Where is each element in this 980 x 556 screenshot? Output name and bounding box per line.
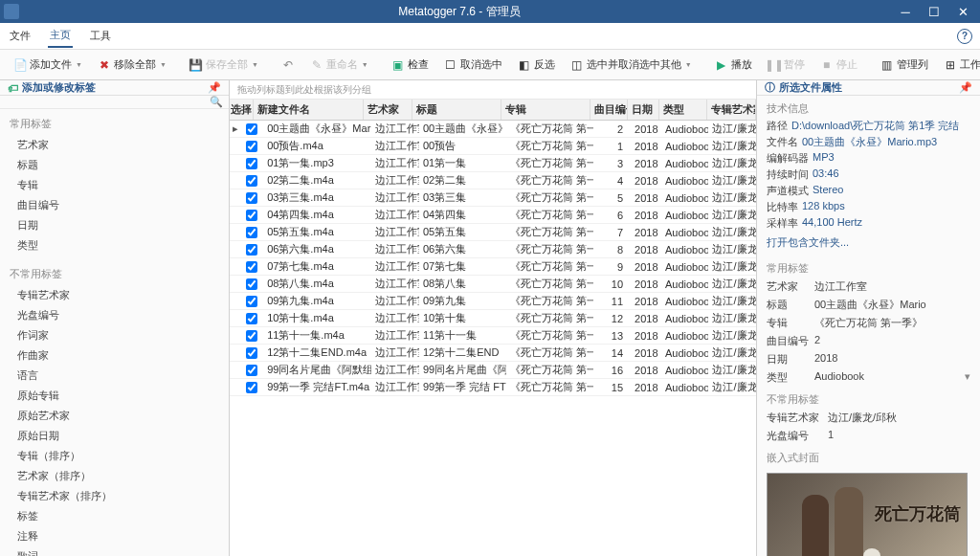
tag-item[interactable]: 标题 [0, 155, 229, 175]
table-row[interactable]: 10第十集.m4a边江工作室10第十集《死亡万花筒 第一季》122018Audi… [230, 310, 756, 327]
cover-art[interactable]: 死亡万花筒 [767, 473, 968, 556]
col-title[interactable]: 标题 [412, 100, 501, 120]
row-checkbox[interactable] [246, 227, 257, 238]
row-checkbox-cell[interactable] [240, 158, 263, 169]
undo-button[interactable]: ↶ [276, 56, 301, 75]
row-checkbox[interactable] [246, 278, 257, 290]
tag-item[interactable]: 专辑 [0, 175, 229, 195]
table-row[interactable]: 07第七集.m4a边江工作室07第七集《死亡万花筒 第一季》92018Audio… [230, 258, 756, 276]
row-checkbox[interactable] [246, 158, 257, 169]
row-checkbox-cell[interactable] [240, 296, 263, 307]
select-other-button[interactable]: ◫选中并取消选中其他▼ [565, 55, 698, 75]
row-checkbox[interactable] [246, 330, 257, 342]
tag-item[interactable]: 艺术家（排序） [0, 466, 229, 486]
tag-item[interactable]: 曲目编号 [0, 195, 229, 215]
rename-button[interactable]: ✎重命名▼ [304, 55, 374, 75]
row-checkbox[interactable] [246, 210, 257, 221]
row-checkbox-cell[interactable] [240, 192, 263, 204]
col-album[interactable]: 专辑 [501, 100, 590, 120]
pin-icon[interactable]: 📌 [959, 81, 972, 94]
table-row[interactable]: 04第四集.m4a边江工作室04第四集《死亡万花筒 第一季》62018Audio… [230, 207, 756, 224]
deselect-button[interactable]: ☐取消选中 [438, 55, 508, 75]
tag-item[interactable]: 原始专辑 [0, 386, 229, 406]
table-body[interactable]: ▸00主题曲《永昼》Mario.mp3边江工作室00主题曲《永昼》Mario《死… [230, 121, 756, 556]
tag-item[interactable]: 艺术家 [0, 135, 229, 155]
prop-date[interactable]: 2018 [814, 352, 837, 367]
close-button[interactable]: ✕ [949, 2, 976, 21]
row-checkbox-cell[interactable] [240, 210, 263, 221]
col-album-artist[interactable]: 专辑艺术家 [707, 100, 756, 120]
row-checkbox[interactable] [246, 296, 257, 307]
table-row[interactable]: 09第九集.m4a边江工作室09第九集《死亡万花筒 第一季》112018Audi… [230, 293, 756, 310]
row-checkbox-cell[interactable] [240, 261, 263, 273]
col-date[interactable]: 日期 [628, 100, 659, 120]
col-genre[interactable]: 类型 [659, 100, 708, 120]
menu-file[interactable]: 文件 [8, 25, 33, 47]
manage-columns-button[interactable]: ▥管理列 [875, 55, 934, 75]
table-row[interactable]: ▸00主题曲《永昼》Mario.mp3边江工作室00主题曲《永昼》Mario《死… [230, 121, 756, 138]
tag-item[interactable]: 日期 [0, 215, 229, 235]
menu-tools[interactable]: 工具 [88, 25, 113, 47]
prop-title[interactable]: 00主题曲《永昼》Mario [814, 298, 926, 312]
col-track[interactable]: 曲目编号 [590, 100, 628, 120]
help-icon[interactable]: ? [957, 29, 972, 44]
prop-track[interactable]: 2 [814, 334, 820, 348]
tag-item[interactable]: 歌词 [0, 546, 229, 556]
row-checkbox[interactable] [246, 175, 257, 187]
col-select[interactable]: 选择 [230, 100, 254, 120]
row-checkbox-cell[interactable] [240, 175, 263, 187]
row-checkbox[interactable] [246, 347, 257, 359]
col-filename[interactable]: 新建文件名 [254, 100, 365, 120]
play-button[interactable]: ▶播放 [709, 55, 758, 75]
tag-item[interactable]: 专辑（排序） [0, 446, 229, 466]
workspace-button[interactable]: ⊞工作空间▼ [938, 55, 980, 75]
dropdown-icon[interactable]: ▾ [965, 370, 970, 385]
tag-item[interactable]: 注释 [0, 526, 229, 546]
row-checkbox-cell[interactable] [240, 313, 263, 324]
maximize-button[interactable]: ☐ [921, 2, 947, 21]
row-checkbox[interactable] [246, 123, 257, 135]
row-checkbox-cell[interactable] [240, 330, 263, 342]
tag-item[interactable]: 作词家 [0, 325, 229, 345]
remove-all-button[interactable]: ✖移除全部▼ [92, 55, 172, 75]
row-checkbox-cell[interactable] [240, 278, 263, 290]
check-button[interactable]: ▣检查 [386, 55, 434, 75]
pause-button[interactable]: ❚❚暂停 [762, 55, 811, 75]
tag-search-input[interactable] [6, 97, 210, 108]
row-checkbox[interactable] [246, 141, 257, 152]
add-files-button[interactable]: 📄添加文件▼ [8, 55, 88, 75]
table-row[interactable]: 99同名片尾曲《阿默组》.mp3边江工作室99同名片尾曲《阿默组》《死亡万花筒 … [230, 362, 756, 379]
tag-item[interactable]: 专辑艺术家 [0, 285, 229, 305]
minimize-button[interactable]: ─ [892, 2, 919, 21]
col-artist[interactable]: 艺术家 [364, 100, 412, 120]
row-checkbox-cell[interactable] [240, 227, 263, 238]
prop-album-artist[interactable]: 边江/廉龙/邱秋 [828, 411, 897, 425]
row-checkbox-cell[interactable] [240, 141, 263, 152]
table-row[interactable]: 02第二集.m4a边江工作室02第二集《死亡万花筒 第一季》42018Audio… [230, 172, 756, 189]
tag-item[interactable]: 类型 [0, 235, 229, 256]
table-row[interactable]: 12第十二集END.m4a边江工作室12第十二集END《死亡万花筒 第一季》14… [230, 345, 756, 362]
search-icon[interactable]: 🔍 [210, 96, 223, 108]
tag-item[interactable]: 作曲家 [0, 345, 229, 366]
row-checkbox[interactable] [246, 261, 257, 273]
open-folder-link[interactable]: 打开包含文件夹... [757, 232, 980, 256]
table-row[interactable]: 99第一季 完结FT.m4a边江工作室99第一季 完结 FT《死亡万花筒 第一季… [230, 379, 756, 396]
table-row[interactable]: 06第六集.m4a边江工作室06第六集《死亡万花筒 第一季》82018Audio… [230, 241, 756, 258]
prop-album[interactable]: 《死亡万花筒 第一季》 [814, 316, 923, 330]
row-checkbox[interactable] [246, 244, 257, 256]
table-row[interactable]: 11第十一集.m4a边江工作室11第十一集《死亡万花筒 第一季》132018Au… [230, 327, 756, 345]
tag-item[interactable]: 标签 [0, 506, 229, 526]
tag-item[interactable]: 原始艺术家 [0, 406, 229, 426]
row-checkbox[interactable] [246, 365, 257, 376]
prop-disc[interactable]: 1 [828, 429, 834, 443]
row-checkbox[interactable] [246, 313, 257, 324]
row-checkbox-cell[interactable] [240, 382, 263, 393]
row-checkbox[interactable] [246, 192, 257, 204]
save-all-button[interactable]: 💾保存全部▼ [184, 55, 264, 75]
tag-item[interactable]: 原始日期 [0, 426, 229, 446]
table-row[interactable]: 00预告.m4a边江工作室00预告《死亡万花筒 第一季》12018Audiobo… [230, 138, 756, 155]
row-checkbox-cell[interactable] [240, 244, 263, 256]
tag-item[interactable]: 专辑艺术家（排序） [0, 486, 229, 506]
tag-item[interactable]: 光盘编号 [0, 305, 229, 325]
row-checkbox[interactable] [246, 382, 257, 393]
